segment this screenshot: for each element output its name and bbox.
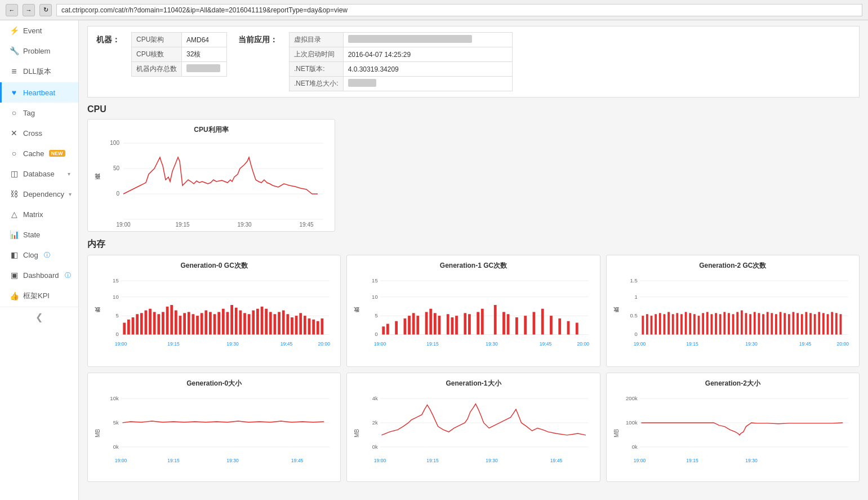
svg-rect-51: [239, 311, 242, 335]
svg-rect-139: [697, 316, 700, 334]
svg-rect-102: [494, 305, 497, 334]
sidebar-item-matrix[interactable]: △ Matrix: [0, 204, 78, 224]
svg-rect-128: [650, 316, 652, 334]
sidebar-item-tag[interactable]: ○ Tag: [0, 103, 78, 123]
svg-rect-43: [204, 311, 207, 335]
svg-rect-88: [408, 316, 411, 334]
svg-rect-63: [291, 317, 293, 335]
forward-button[interactable]: →: [23, 4, 35, 16]
table-row: 上次启动时间 2016-04-07 14:25:29: [290, 47, 513, 62]
gen2-size-svg: 200k 100k 0k 19:00 19:15 19:30: [622, 391, 853, 476]
svg-rect-160: [788, 314, 790, 334]
sidebar-item-kuangjia[interactable]: 👍 框架KPI: [0, 285, 78, 307]
svg-text:0: 0: [634, 331, 637, 337]
heartbeat-icon: ♥: [10, 88, 19, 97]
sidebar-item-dependency[interactable]: ⛓ Dependency ▾: [0, 184, 78, 204]
cpu-arch-key: CPU架构: [132, 33, 182, 47]
svg-rect-171: [835, 313, 838, 334]
svg-text:0: 0: [116, 191, 119, 197]
refresh-button[interactable]: ↻: [39, 4, 52, 16]
svg-rect-26: [132, 317, 135, 335]
svg-rect-57: [265, 309, 268, 335]
machine-mem-key: 机器内存总数: [132, 62, 182, 77]
svg-rect-41: [196, 316, 199, 334]
sidebar-label-problem: Problem: [23, 47, 50, 55]
svg-rect-92: [430, 309, 433, 335]
svg-text:10: 10: [113, 294, 119, 300]
svg-text:19:15: 19:15: [167, 458, 180, 463]
sidebar-item-heartbeat[interactable]: ♥ Heartbeat: [0, 82, 78, 103]
svg-rect-58: [269, 312, 272, 334]
svg-rect-106: [524, 316, 527, 334]
problem-icon: 🔧: [10, 46, 19, 55]
svg-rect-34: [166, 307, 169, 335]
sidebar-item-dll[interactable]: ≡ DLL版本: [0, 61, 78, 82]
gen1-size-title: Generation-1大小: [353, 379, 594, 388]
svg-rect-147: [732, 314, 734, 334]
svg-text:2k: 2k: [372, 419, 378, 426]
cpu-section-header: CPU: [87, 104, 860, 114]
svg-rect-166: [813, 314, 816, 334]
svg-text:100k: 100k: [626, 419, 638, 426]
svg-rect-87: [404, 318, 407, 335]
svg-rect-38: [183, 313, 186, 334]
svg-text:20:00: 20:00: [577, 341, 590, 347]
sidebar-item-clog[interactable]: ◧ Clog ⓘ: [0, 245, 78, 265]
gen0-size-ylabel: MB: [94, 391, 101, 476]
cpu-chart-svg: 100 50 0 19:00 19:15 19:30 19:45: [104, 138, 329, 231]
svg-rect-150: [745, 313, 747, 334]
sidebar-item-cache[interactable]: ○ Cache NEW: [0, 143, 78, 163]
svg-rect-84: [382, 326, 385, 334]
svg-rect-62: [286, 314, 289, 334]
svg-text:19:00: 19:00: [115, 341, 127, 347]
sidebar-item-database[interactable]: ◫ Database ▾: [0, 163, 78, 184]
svg-rect-68: [312, 320, 315, 335]
svg-rect-111: [567, 321, 570, 335]
svg-text:5: 5: [115, 312, 118, 318]
svg-text:19:00: 19:00: [374, 341, 386, 347]
sidebar-item-problem[interactable]: 🔧 Problem: [0, 41, 78, 61]
gen2-size-chart: Generation-2大小 MB 200k 100k 0k 19:00 19:…: [606, 373, 860, 482]
last-start-key: 上次启动时间: [290, 47, 344, 62]
svg-rect-64: [295, 316, 298, 334]
gen2-size-title: Generation-2大小: [612, 379, 853, 388]
machine-label: 机器：: [96, 35, 120, 45]
state-icon: 📊: [10, 230, 19, 239]
svg-rect-170: [831, 312, 833, 334]
svg-text:19:30: 19:30: [226, 458, 239, 463]
svg-rect-145: [723, 312, 725, 334]
svg-rect-85: [386, 324, 389, 334]
svg-text:15: 15: [372, 277, 378, 284]
sidebar-item-state[interactable]: 📊 State: [0, 224, 78, 245]
svg-text:19:45: 19:45: [799, 341, 811, 347]
svg-text:50: 50: [113, 165, 120, 171]
svg-rect-94: [438, 316, 441, 334]
svg-rect-98: [464, 313, 467, 334]
svg-text:20:00: 20:00: [318, 341, 331, 347]
url-bar[interactable]: [56, 4, 862, 16]
svg-rect-155: [766, 312, 768, 334]
table-row: CPU架构 AMD64: [132, 33, 227, 47]
sidebar-collapse-button[interactable]: ❮: [0, 307, 78, 327]
table-row: .NET版本: 4.0.30319.34209: [290, 62, 513, 77]
svg-rect-70: [321, 318, 324, 335]
dashboard-icon: ▣: [10, 271, 19, 280]
sidebar-item-cross[interactable]: ✕ Cross: [0, 123, 78, 143]
svg-text:0k: 0k: [631, 444, 637, 450]
svg-rect-144: [719, 314, 721, 334]
gen2-size-ylabel: MB: [612, 391, 620, 476]
sidebar-item-dashboard[interactable]: ▣ Dashboard ⓘ: [0, 265, 78, 285]
gen0-gc-chart: Generation-0 GC次数 次数 15 10 5 0 19:00 19:…: [87, 255, 341, 367]
svg-text:19:45: 19:45: [540, 341, 552, 347]
svg-text:19:45: 19:45: [291, 458, 304, 463]
sidebar-item-event[interactable]: ⚡ Event: [0, 20, 78, 41]
net-version-value: 4.0.30319.34209: [343, 62, 512, 77]
svg-rect-135: [680, 314, 683, 334]
memory-size-charts-row: Generation-0大小 MB 10k 5k 0k 19:00 19:15 …: [87, 373, 860, 482]
back-button[interactable]: ←: [6, 4, 18, 16]
collapse-icon: ❮: [35, 312, 43, 322]
svg-rect-103: [502, 312, 505, 334]
svg-rect-149: [741, 311, 743, 335]
gen0-size-wrapper: MB 10k 5k 0k 19:00 19:15 19:30 19:45: [94, 391, 335, 476]
svg-rect-28: [140, 313, 143, 334]
